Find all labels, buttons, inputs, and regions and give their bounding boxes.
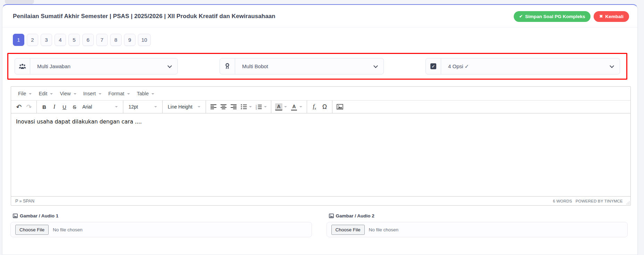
menu-file[interactable]: File — [15, 89, 35, 98]
italic-button[interactable]: I — [50, 102, 59, 112]
bullet-list-icon[interactable] — [239, 102, 248, 112]
choose-file-button[interactable]: Choose File — [331, 225, 365, 235]
image-icon — [13, 214, 18, 218]
save-button-label: Simpan Soal PG Kompleks — [525, 14, 585, 19]
question-type-settings-row: Multi Jawaban Multi Bobot — [7, 53, 627, 80]
caret-down-icon — [74, 93, 76, 95]
upload-1-label-row: Gambar / Audio 1 — [10, 213, 312, 218]
caret-down-icon — [50, 93, 53, 95]
caret-down-icon[interactable] — [264, 106, 267, 107]
page-button-9[interactable]: 9 — [124, 34, 135, 46]
toolbar-separator — [332, 101, 332, 113]
caret-down-icon — [99, 93, 101, 95]
strikethrough-button[interactable]: S — [70, 102, 79, 112]
formula-icon[interactable]: fx — [310, 102, 319, 112]
svg-text:3: 3 — [256, 108, 257, 110]
caret-down-icon — [127, 93, 130, 95]
question-pagination: 1 2 3 4 5 6 7 8 9 10 — [13, 34, 637, 46]
align-right-icon[interactable] — [229, 102, 238, 112]
header-buttons: ✔ Simpan Soal PG Kompleks ✖ Kembali — [514, 11, 629, 22]
editor-content-area[interactable]: Inovasi usaha dapat dilakukan dengan car… — [11, 113, 630, 196]
page-button-2[interactable]: 2 — [27, 34, 38, 46]
font-family-dropdown[interactable]: Arial — [80, 102, 121, 112]
page-button-8[interactable]: 8 — [110, 34, 122, 46]
opsi-select[interactable]: 4 Opsi ✓ — [441, 58, 620, 74]
tinymce-branding[interactable]: POWERED BY TINYMCE — [576, 199, 623, 203]
choose-file-button[interactable]: Choose File — [15, 225, 49, 235]
redo-icon[interactable]: ↷ — [24, 102, 34, 112]
question-text[interactable]: Inovasi usaha dapat dilakukan dengan car… — [16, 119, 626, 125]
menu-edit[interactable]: Edit — [35, 89, 56, 98]
caret-down-icon[interactable] — [284, 106, 287, 107]
chevron-down-icon — [167, 63, 172, 68]
editor-toolbar: ↶ ↷ B I U S Arial 12pt Line Heig — [11, 100, 630, 113]
multi-bobot-value: Multi Bobot — [242, 63, 268, 69]
caret-down-icon — [151, 93, 154, 95]
page: Penilaian Sumatif Akhir Semester | PSAS … — [0, 0, 644, 255]
menu-table[interactable]: Table — [134, 89, 158, 98]
users-icon — [15, 58, 30, 74]
align-left-icon[interactable] — [209, 102, 218, 112]
save-question-button[interactable]: ✔ Simpan Soal PG Kompleks — [514, 11, 591, 22]
page-background-notch — [5, 0, 34, 4]
toolbar-separator — [307, 101, 307, 113]
numbered-list-icon[interactable]: 1 2 3 — [254, 102, 263, 112]
menu-view[interactable]: View — [57, 89, 79, 98]
word-count[interactable]: 6 WORDS — [553, 199, 572, 203]
page-button-1[interactable]: 1 — [13, 34, 24, 46]
chevron-down-icon — [610, 63, 614, 68]
caret-down-icon[interactable] — [249, 106, 252, 107]
back-button[interactable]: ✖ Kembali — [594, 11, 629, 22]
toolbar-separator — [162, 101, 163, 113]
upload-1-label: Gambar / Audio 1 — [20, 213, 58, 218]
bold-button[interactable]: B — [40, 102, 49, 112]
opsi-value: 4 Opsi ✓ — [448, 63, 469, 70]
file-status-text: No file chosen — [369, 227, 399, 232]
card-header: Penilaian Sumatif Akhir Semester | PSAS … — [2, 5, 637, 27]
page-button-6[interactable]: 6 — [82, 34, 94, 46]
toolbar-separator — [206, 101, 206, 113]
caret-down-icon[interactable] — [299, 106, 302, 107]
checked-checkbox-icon: ✓ — [426, 58, 441, 74]
special-character-icon[interactable]: Ω — [320, 102, 329, 112]
undo-icon[interactable]: ↶ — [14, 102, 24, 112]
caret-down-icon — [198, 106, 200, 107]
multi-bobot-select[interactable]: Multi Bobot — [235, 58, 383, 74]
insert-image-icon[interactable] — [335, 102, 345, 112]
font-size-dropdown[interactable]: 12pt — [126, 102, 160, 112]
image-icon — [329, 214, 334, 218]
page-button-3[interactable]: 3 — [41, 34, 52, 46]
page-button-10[interactable]: 10 — [138, 34, 151, 46]
resize-grip-icon[interactable] — [626, 201, 630, 205]
text-color-button[interactable]: A — [289, 102, 299, 112]
menu-format[interactable]: Format — [105, 89, 133, 98]
statusbar-right: 6 WORDS POWERED BY TINYMCE — [553, 199, 627, 203]
caret-down-icon — [115, 106, 118, 107]
menu-insert[interactable]: Insert — [80, 89, 105, 98]
underline-button[interactable]: U — [60, 102, 69, 112]
toolbar-separator — [36, 101, 37, 113]
element-path[interactable]: P » SPAN — [15, 199, 34, 204]
page-button-5[interactable]: 5 — [68, 34, 80, 46]
align-center-icon[interactable] — [219, 102, 228, 112]
rich-text-editor: File Edit View Insert Format Table — [11, 86, 631, 206]
page-button-7[interactable]: 7 — [96, 34, 108, 46]
opsi-group: ✓ 4 Opsi ✓ — [426, 58, 620, 74]
chevron-down-icon — [373, 63, 378, 68]
line-height-dropdown[interactable]: Line Height — [165, 102, 203, 112]
upload-1-file-input[interactable]: Choose File No file chosen — [10, 222, 312, 237]
editor-statusbar: P » SPAN 6 WORDS POWERED BY TINYMCE — [11, 196, 630, 205]
editor-menubar: File Edit View Insert Format Table — [11, 87, 630, 100]
multi-bobot-group: Multi Bobot — [220, 58, 384, 74]
upload-1: Gambar / Audio 1 Choose File No file cho… — [10, 213, 312, 237]
upload-2-label: Gambar / Audio 2 — [336, 213, 374, 218]
upload-2: Gambar / Audio 2 Choose File No file cho… — [327, 213, 628, 237]
caret-down-icon — [154, 106, 157, 107]
page-button-4[interactable]: 4 — [55, 34, 66, 46]
multi-jawaban-select[interactable]: Multi Jawaban — [30, 58, 177, 74]
toolbar-separator — [271, 101, 271, 113]
multi-jawaban-group: Multi Jawaban — [15, 58, 178, 74]
background-color-button[interactable]: A — [274, 102, 283, 112]
upload-2-file-input[interactable]: Choose File No file chosen — [327, 222, 628, 237]
caret-down-icon — [29, 93, 32, 95]
